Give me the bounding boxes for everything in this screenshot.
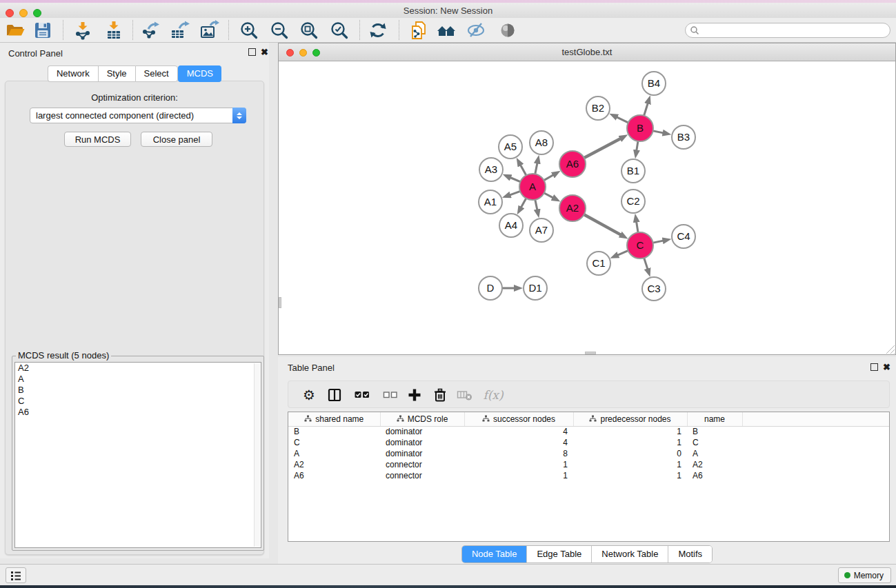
float-panel-icon[interactable]	[248, 48, 256, 56]
table-cell[interactable]: B	[288, 426, 380, 437]
graph-edge-A-A1[interactable]	[510, 191, 521, 195]
zoom-selected-button[interactable]	[329, 20, 350, 41]
open-session-button[interactable]	[5, 20, 26, 41]
graph-edge-A6-B[interactable]	[584, 139, 621, 159]
node-table[interactable]: shared nameMCDS rolesuccessor nodesprede…	[288, 412, 890, 542]
criterion-dropdown[interactable]: largest connected component (directed)	[30, 108, 246, 123]
task-history-button[interactable]	[6, 567, 26, 583]
mcds-result-item[interactable]: A	[15, 374, 261, 385]
save-session-button[interactable]	[32, 20, 53, 41]
close-panel-icon[interactable]: ✖	[261, 47, 268, 57]
table-cell[interactable]: A	[687, 448, 742, 459]
table-cell[interactable]: C	[687, 437, 742, 448]
export-network-button[interactable]	[140, 20, 161, 41]
tab-network-table[interactable]: Network Table	[592, 546, 668, 562]
table-cell[interactable]: dominator	[380, 448, 464, 459]
table-row[interactable]: A6connector11A6	[288, 470, 889, 481]
table-options-button[interactable]: ⚙	[301, 387, 317, 403]
table-cell[interactable]: A6	[687, 470, 742, 481]
import-network-button[interactable]	[72, 20, 93, 41]
graph-edge-A-A7[interactable]	[535, 199, 537, 210]
table-cell[interactable]: 1	[573, 437, 687, 448]
table-cell[interactable]: 1	[464, 470, 573, 481]
column-header-shared-name[interactable]: shared name	[288, 412, 380, 426]
graph-edge-B-B3[interactable]	[653, 131, 664, 133]
zoom-out-button[interactable]	[269, 20, 290, 41]
table-cell[interactable]: C	[288, 437, 380, 448]
table-cell[interactable]: 1	[464, 459, 573, 470]
network-minimize-traffic-light[interactable]	[299, 49, 307, 57]
network-canvas[interactable]: AA1A2A3A4A5A6A7A8BB1B2B3B4CC1C2C3C4DD1	[279, 61, 895, 354]
show-graphics-details-button[interactable]	[497, 20, 518, 41]
network-zoom-traffic-light[interactable]	[312, 49, 320, 57]
graph-edge-B-B2[interactable]	[617, 117, 629, 123]
table-cell[interactable]: 0	[573, 448, 687, 459]
table-row[interactable]: A2connector11A2	[288, 459, 889, 470]
hide-graphics-details-button[interactable]	[466, 20, 486, 41]
copy-document-button[interactable]	[408, 20, 429, 41]
tab-mcds[interactable]: MCDS	[178, 65, 221, 82]
mcds-result-item[interactable]: A6	[15, 407, 261, 418]
tab-select[interactable]: Select	[135, 65, 178, 82]
tab-node-table[interactable]: Node Table	[462, 546, 528, 562]
column-header-predecessor-nodes[interactable]: predecessor nodes	[573, 412, 687, 426]
graph-edge-C-C1[interactable]	[618, 250, 629, 255]
deselect-all-button[interactable]	[382, 387, 399, 403]
dropdown-stepper-icon[interactable]	[232, 108, 246, 123]
table-close-icon[interactable]: ✖	[883, 362, 890, 372]
table-cell[interactable]: 1	[573, 470, 687, 481]
table-row[interactable]: Cdominator41C	[288, 437, 889, 448]
table-cell[interactable]: A2	[288, 459, 380, 470]
memory-button[interactable]: Memory	[838, 567, 891, 583]
home-button[interactable]	[436, 20, 457, 41]
column-header-name[interactable]: name	[687, 412, 742, 426]
graph-edge-B-B4[interactable]	[644, 103, 648, 116]
zoom-fit-button[interactable]	[299, 20, 319, 41]
graph-edge-C-C3[interactable]	[644, 257, 648, 269]
tab-edge-table[interactable]: Edge Table	[527, 546, 592, 562]
search-field[interactable]	[685, 23, 890, 38]
table-cell[interactable]: connector	[380, 459, 464, 470]
column-header-successor-nodes[interactable]: successor nodes	[464, 412, 573, 426]
table-cell[interactable]: dominator	[380, 426, 464, 437]
list-scrollbar[interactable]	[254, 363, 260, 547]
export-image-button[interactable]	[199, 20, 219, 41]
graph-edge-A2-C[interactable]	[584, 214, 621, 235]
show-column-button[interactable]	[326, 387, 343, 403]
import-table-button[interactable]	[103, 20, 124, 41]
network-window-titlebar[interactable]: testGlobe.txt	[279, 43, 895, 61]
graph-edge-A-A8[interactable]	[535, 163, 537, 174]
network-graph[interactable]: AA1A2A3A4A5A6A7A8BB1B2B3B4CC1C2C3C4DD1	[279, 61, 895, 354]
run-mcds-button[interactable]: Run MCDS	[64, 132, 131, 147]
table-cell[interactable]: 4	[464, 437, 573, 448]
close-traffic-light[interactable]	[6, 9, 14, 17]
table-cell[interactable]: A2	[687, 459, 742, 470]
mcds-result-list[interactable]: A2ABCA6	[14, 362, 261, 548]
table-cell[interactable]: 4	[464, 426, 573, 437]
mcds-result-item[interactable]: C	[15, 396, 261, 407]
table-cell[interactable]: B	[687, 426, 742, 437]
delete-row-button[interactable]	[432, 387, 448, 403]
zoom-traffic-light[interactable]	[33, 9, 41, 17]
graph-edge-C-C4[interactable]	[653, 241, 664, 243]
graph-edge-A-A6[interactable]	[544, 175, 554, 181]
table-cell[interactable]: A6	[288, 470, 380, 481]
select-all-button[interactable]	[354, 387, 370, 403]
graph-edge-A-A3[interactable]	[510, 178, 521, 183]
column-header-MCDS-role[interactable]: MCDS role	[380, 412, 464, 426]
zoom-in-button[interactable]	[239, 20, 259, 41]
graph-edge-C-C2[interactable]	[637, 222, 639, 234]
delete-column-button[interactable]	[457, 387, 473, 403]
vertical-scrollbar-thumb[interactable]	[279, 297, 281, 308]
tab-motifs[interactable]: Motifs	[668, 546, 712, 562]
table-cell[interactable]: 1	[573, 426, 687, 437]
apply-function-button[interactable]: f(x)	[481, 387, 505, 403]
network-close-traffic-light[interactable]	[286, 49, 294, 57]
graph-edge-B-B1[interactable]	[637, 141, 638, 151]
horizontal-scrollbar-thumb[interactable]	[585, 352, 596, 354]
minimize-traffic-light[interactable]	[19, 9, 28, 17]
mcds-result-item[interactable]: B	[15, 385, 261, 396]
table-row[interactable]: Bdominator41B	[288, 426, 889, 437]
table-cell[interactable]: 1	[573, 459, 687, 470]
table-cell[interactable]: dominator	[380, 437, 464, 448]
